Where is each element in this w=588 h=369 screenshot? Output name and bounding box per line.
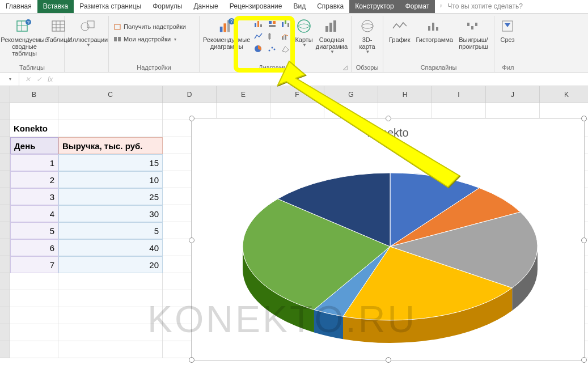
sparkline-column-button[interactable]: Гистограмма [415,16,454,43]
resize-handle[interactable] [386,116,391,121]
column-value-header[interactable]: Выручка, тыс. руб. [58,137,163,154]
illustrations-dropdown[interactable]: Иллюстрации ▼ [68,16,108,48]
worksheet-cell[interactable] [10,324,58,341]
day-cell[interactable]: 5 [10,222,58,239]
hierarchy-chart-dropdown[interactable] [266,18,278,29]
value-cell[interactable]: 30 [58,205,163,222]
row-header[interactable] [0,205,10,222]
worksheet-cell[interactable] [10,341,58,358]
column-header[interactable]: K [540,86,588,103]
maps-dropdown[interactable]: Карты ▼ [294,16,314,48]
tab-review[interactable]: Рецензирование [224,0,288,13]
row-header[interactable] [0,171,10,188]
day-cell[interactable]: 7 [10,256,58,273]
day-cell[interactable]: 4 [10,205,58,222]
worksheet-cell[interactable] [58,103,163,120]
resize-handle[interactable] [581,357,587,363]
statistic-chart-dropdown[interactable] [266,31,278,42]
line-chart-dropdown[interactable] [252,31,265,42]
tab-data[interactable]: Данные [188,0,223,13]
column-header[interactable]: B [10,86,58,103]
tab-view[interactable]: Вид [287,0,311,13]
value-cell[interactable]: 25 [58,188,163,205]
column-header[interactable]: E [217,86,270,103]
pie-chart-dropdown[interactable] [252,43,265,54]
column-header[interactable]: J [486,86,540,103]
waterfall-chart-dropdown[interactable] [280,18,292,29]
slicer-button[interactable]: Срез [498,16,517,43]
name-box-dropdown[interactable]: ▾ [0,73,19,86]
day-cell[interactable]: 6 [10,239,58,256]
value-cell[interactable]: 20 [58,256,163,273]
worksheet-cell[interactable] [10,103,58,120]
column-header[interactable]: C [58,86,163,103]
recommended-charts-button[interactable]: ? Рекомендуемые диаграммы [203,16,250,50]
tab-home[interactable]: Главная [0,0,37,13]
enter-icon[interactable]: ✓ [36,75,42,83]
tab-chart-format[interactable]: Формат [400,0,435,13]
column-header[interactable]: H [378,86,432,103]
table-title-cell[interactable]: Konekto [10,120,58,137]
column-header[interactable]: D [163,86,217,103]
cancel-icon[interactable]: ✕ [25,75,31,83]
column-chart-dropdown[interactable] [252,18,265,29]
resize-handle[interactable] [189,116,194,121]
worksheet-cell[interactable] [58,307,163,324]
pivot-chart-dropdown[interactable]: Сводная диаграмма ▼ [316,16,348,55]
row-header[interactable] [0,222,10,239]
formula-input[interactable] [58,73,588,86]
resize-handle[interactable] [581,116,587,121]
row-header[interactable] [0,290,10,307]
select-all-corner[interactable] [0,86,10,103]
resize-handle[interactable] [189,357,194,363]
tab-insert[interactable]: Вставка [37,0,74,13]
row-header[interactable] [0,103,10,120]
resize-handle[interactable] [386,357,391,363]
worksheet-cell[interactable] [58,341,163,358]
sparkline-winloss-button[interactable]: Выигрыш/ проигрыш [456,16,490,50]
row-header[interactable] [0,154,10,171]
embedded-chart[interactable]: Konekto [191,118,585,360]
resize-handle[interactable] [189,237,194,243]
row-header[interactable] [0,273,10,290]
column-header[interactable]: I [432,86,486,103]
row-header[interactable] [0,137,10,154]
day-cell[interactable]: 2 [10,171,58,188]
tab-chart-design[interactable]: Конструктор [349,0,399,13]
row-header[interactable] [0,307,10,324]
row-header[interactable] [0,120,10,137]
combo-chart-dropdown[interactable] [280,31,292,42]
tab-help[interactable]: Справка [311,0,349,13]
worksheet-cell[interactable] [58,120,163,137]
charts-dialog-launcher[interactable]: ◿ [343,64,350,71]
get-addins-button[interactable]: Получить надстройки [112,22,187,32]
worksheet-cell[interactable] [10,273,58,290]
surface-chart-dropdown[interactable] [280,43,292,54]
worksheet-cell[interactable] [10,290,58,307]
value-cell[interactable]: 15 [58,154,163,171]
row-header[interactable] [0,188,10,205]
chart-title[interactable]: Konekto [192,118,584,139]
fx-icon[interactable]: fx [48,75,53,83]
scatter-chart-dropdown[interactable] [266,43,278,54]
day-cell[interactable]: 1 [10,154,58,171]
worksheet-cell[interactable] [10,307,58,324]
worksheet-cell[interactable] [58,324,163,341]
my-addins-button[interactable]: Мои надстройки ▾ [112,34,187,44]
tab-page-layout[interactable]: Разметка страницы [74,0,147,13]
value-cell[interactable]: 40 [58,239,163,256]
day-cell[interactable]: 3 [10,188,58,205]
worksheet-cell[interactable] [58,273,163,290]
column-day-header[interactable]: День [10,137,58,154]
row-header[interactable] [0,341,10,358]
3d-map-dropdown[interactable]: 3D-карта ▼ [355,16,379,55]
column-header[interactable]: F [270,86,324,103]
worksheet-cell[interactable] [58,290,163,307]
tab-formulas[interactable]: Формулы [147,0,188,13]
value-cell[interactable]: 10 [58,171,163,188]
row-header[interactable] [0,256,10,273]
row-header[interactable] [0,324,10,341]
column-header[interactable]: G [324,86,378,103]
value-cell[interactable]: 5 [58,222,163,239]
row-header[interactable] [0,239,10,256]
